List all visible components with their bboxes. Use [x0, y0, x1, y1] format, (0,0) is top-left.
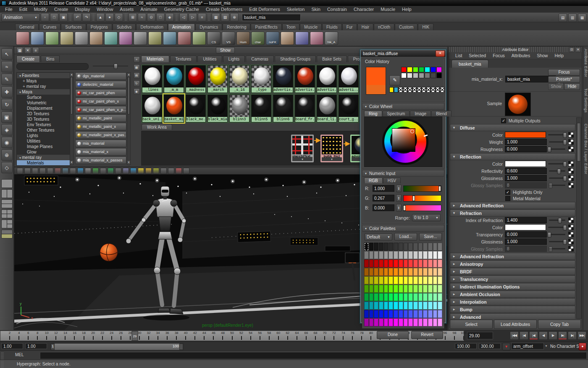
wheel-tab[interactable]: Blend: [431, 111, 452, 116]
shelf-anim-icon-9[interactable]: [134, 32, 147, 45]
slider-handle[interactable]: [558, 218, 562, 223]
go-to-end-button[interactable]: ▶▶|: [578, 331, 586, 340]
color-swatch[interactable]: [505, 161, 546, 167]
palette-color-swatch[interactable]: [438, 259, 442, 267]
tree-item[interactable]: Image Planes: [17, 144, 70, 149]
material-swatch[interactable]: basket_mia: [163, 94, 184, 123]
palette-color-swatch[interactable]: [369, 276, 374, 284]
shelf-tab[interactable]: Curves: [39, 24, 61, 30]
palette-color-swatch[interactable]: [418, 276, 423, 284]
palette-color-swatch[interactable]: [384, 268, 388, 276]
section-header[interactable]: Advanced Refraction: [450, 253, 575, 260]
menu-item[interactable]: Geometry Cache: [161, 7, 202, 12]
node-expand-bar[interactable]: ▾: [322, 157, 342, 161]
palette-color-swatch[interactable]: [384, 310, 388, 318]
palette-color-swatch[interactable]: [433, 285, 438, 293]
select-tool[interactable]: ↖: [1, 48, 13, 60]
palette-color-swatch[interactable]: [438, 310, 442, 318]
attribute-slider[interactable]: [549, 220, 565, 221]
attribute-value-input[interactable]: 0.000: [505, 146, 547, 152]
menu-item[interactable]: Attributes: [509, 53, 533, 58]
map-texture-button[interactable]: [568, 146, 574, 152]
shelf-hik-icon[interactable]: hik_A: [325, 32, 338, 45]
palette-select[interactable]: Default▼: [365, 233, 392, 241]
material-swatch[interactable]: _march: [207, 65, 228, 93]
palette-color-swatch[interactable]: [418, 285, 423, 293]
palette-color-swatch[interactable]: [408, 268, 413, 276]
shelf-anim-icon-20[interactable]: [295, 32, 309, 45]
attribute-slider[interactable]: [549, 185, 565, 186]
auto-keyframe-toggle[interactable]: ●: [579, 343, 586, 350]
palette-color-swatch[interactable]: [379, 302, 383, 310]
hypershade-rearrange-icon[interactable]: ≡: [32, 47, 39, 54]
panel-side-tab[interactable]: Attribute Editor: [584, 49, 588, 77]
palette-color-swatch[interactable]: [394, 243, 398, 251]
history-color-swatch[interactable]: [394, 87, 398, 93]
shelf-tab[interactable]: Custom: [395, 24, 417, 30]
section-header[interactable]: Translucency: [450, 275, 575, 283]
palette-color-swatch[interactable]: [384, 302, 388, 310]
palette-color-swatch[interactable]: [413, 251, 418, 259]
shaded-mode-icon[interactable]: [123, 168, 129, 174]
palette-color-swatch[interactable]: [423, 310, 428, 318]
attribute-slider[interactable]: [549, 234, 565, 235]
view-as-list-icon[interactable]: ▤: [134, 72, 140, 79]
palette-color-swatch[interactable]: [428, 318, 433, 326]
render-settings-icon[interactable]: ⊕: [230, 13, 239, 21]
palette-color-swatch[interactable]: [423, 268, 428, 276]
animation-start-input[interactable]: 1.00: [1, 343, 23, 349]
hypershade-tab[interactable]: Shading Groups: [275, 56, 316, 62]
preset-color-swatch[interactable]: [401, 73, 407, 78]
scroll-thumb[interactable]: [71, 77, 73, 114]
palette-color-swatch[interactable]: [423, 259, 428, 267]
palette-color-swatch[interactable]: [384, 293, 388, 301]
menu-item[interactable]: Display: [71, 7, 93, 12]
motion-blur-icon[interactable]: [160, 168, 167, 174]
attribute-value-input[interactable]: 1.000: [505, 238, 547, 245]
palette-color-swatch[interactable]: [438, 251, 442, 259]
create-node-button[interactable]: mi_metallic_paint: [75, 114, 126, 122]
palette-color-swatch[interactable]: [374, 268, 378, 276]
section-header[interactable]: Refraction: [450, 209, 575, 217]
palette-color-swatch[interactable]: [388, 293, 393, 301]
empty-history-swatch[interactable]: [408, 87, 412, 93]
menu-item[interactable]: Create Deformers: [202, 7, 246, 12]
palette-color-swatch[interactable]: [384, 259, 388, 267]
slider-handle[interactable]: [549, 183, 552, 188]
rotate-tool[interactable]: ↻: [1, 99, 13, 110]
tree-item[interactable]: mental ray: [17, 84, 70, 89]
section-header[interactable]: Indirect Illumination Options: [450, 283, 575, 290]
palette-color-swatch[interactable]: [369, 243, 374, 251]
palette-color-swatch[interactable]: [438, 268, 442, 276]
current-frame-marker[interactable]: 29: [131, 331, 138, 341]
close-icon[interactable]: ✕: [436, 50, 445, 57]
color-wheel[interactable]: [364, 116, 442, 167]
empty-history-swatch[interactable]: [412, 87, 417, 93]
wheel-tab[interactable]: Ring: [364, 111, 382, 116]
toggle-attribute-editor-icon[interactable]: ▤: [559, 13, 567, 22]
menu-item[interactable]: Skeleton: [284, 7, 308, 12]
preset-color-swatch[interactable]: [401, 67, 407, 72]
slider-handle[interactable]: [563, 239, 567, 245]
play-backwards-button[interactable]: ◀: [539, 331, 548, 340]
palette-color-swatch[interactable]: [374, 251, 378, 259]
shelf-tab[interactable]: Fluids: [322, 24, 342, 30]
refresh-swatch-icon[interactable]: ↻: [134, 80, 140, 87]
xray-icon[interactable]: [176, 168, 182, 174]
slider-handle[interactable]: [563, 161, 567, 167]
palette-color-swatch[interactable]: [418, 293, 423, 301]
scroll-thumb[interactable]: [128, 77, 130, 114]
palette-color-swatch[interactable]: [404, 268, 408, 276]
separator[interactable]: [208, 14, 210, 21]
anim-layer-icon[interactable]: ▾: [502, 343, 510, 350]
palette-color-swatch[interactable]: [388, 259, 393, 267]
palette-color-swatch[interactable]: [423, 318, 428, 326]
select-by-component-icon[interactable]: ◇: [115, 13, 123, 21]
attribute-slider[interactable]: [548, 163, 565, 164]
palette-color-swatch[interactable]: [399, 318, 403, 326]
numeric-tab[interactable]: RGB: [364, 177, 383, 183]
film-gate-icon[interactable]: [70, 168, 76, 174]
ipr-render-icon[interactable]: ▧: [221, 13, 229, 21]
map-texture-button[interactable]: [568, 175, 574, 181]
material-swatch[interactable]: blinn3: [229, 94, 250, 123]
